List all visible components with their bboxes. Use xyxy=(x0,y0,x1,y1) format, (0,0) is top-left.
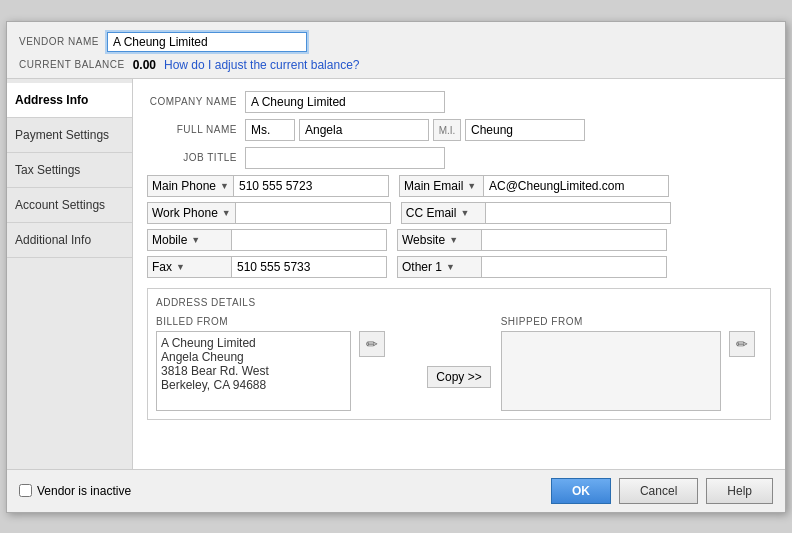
main-phone-dropdown[interactable]: Main Phone ▼ xyxy=(147,175,234,197)
sidebar-item-account-settings[interactable]: Account Settings xyxy=(7,188,132,223)
pencil-icon-shipped: ✏ xyxy=(736,336,748,352)
main-phone-arrow-icon: ▼ xyxy=(220,181,229,191)
billed-column: BILLED FROM A Cheung Limited Angela Cheu… xyxy=(156,316,417,411)
sidebar: Address Info Payment Settings Tax Settin… xyxy=(7,79,133,469)
website-input[interactable] xyxy=(482,229,667,251)
action-buttons: OK Cancel Help xyxy=(551,478,773,504)
balance-value: 0.00 xyxy=(133,58,156,72)
name-first-input[interactable] xyxy=(299,119,429,141)
inactive-checkbox[interactable] xyxy=(19,484,32,497)
shipped-from-label: SHIPPED FROM xyxy=(501,316,762,327)
name-prefix-input[interactable] xyxy=(245,119,295,141)
balance-label: CURRENT BALANCE xyxy=(19,59,125,70)
name-fields: M.I. xyxy=(245,119,585,141)
address-columns: BILLED FROM A Cheung Limited Angela Cheu… xyxy=(156,316,762,411)
cancel-button[interactable]: Cancel xyxy=(619,478,698,504)
mobile-input[interactable] xyxy=(232,229,387,251)
shipped-column: SHIPPED FROM ✏ xyxy=(501,316,762,411)
other1-dropdown[interactable]: Other 1 ▼ xyxy=(397,256,482,278)
full-name-row: FULL NAME M.I. xyxy=(147,119,771,141)
billed-from-textarea[interactable]: A Cheung Limited Angela Cheung 3818 Bear… xyxy=(156,331,351,411)
copy-section: Copy >> xyxy=(427,316,490,388)
job-title-row: JOB TITLE xyxy=(147,147,771,169)
company-name-row: COMPANY NAME xyxy=(147,91,771,113)
sidebar-item-tax-settings[interactable]: Tax Settings xyxy=(7,153,132,188)
adjust-balance-link[interactable]: How do I adjust the current balance? xyxy=(164,58,359,72)
full-name-label: FULL NAME xyxy=(147,124,237,135)
job-title-input[interactable] xyxy=(245,147,445,169)
address-details-title: ADDRESS DETAILS xyxy=(156,297,762,308)
pencil-icon: ✏ xyxy=(366,336,378,352)
other1-input[interactable] xyxy=(482,256,667,278)
fax-arrow-icon: ▼ xyxy=(176,262,185,272)
fax-input[interactable] xyxy=(232,256,387,278)
company-name-input[interactable] xyxy=(245,91,445,113)
main-area: Address Info Payment Settings Tax Settin… xyxy=(7,79,785,469)
other1-arrow-icon: ▼ xyxy=(446,262,455,272)
main-phone-input[interactable] xyxy=(234,175,389,197)
vendor-dialog: VENDOR NAME CURRENT BALANCE 0.00 How do … xyxy=(6,21,786,513)
work-phone-input[interactable] xyxy=(236,202,391,224)
website-arrow-icon: ▼ xyxy=(449,235,458,245)
sidebar-item-address-info[interactable]: Address Info xyxy=(7,83,132,118)
header-section: VENDOR NAME CURRENT BALANCE 0.00 How do … xyxy=(7,22,785,79)
copy-button[interactable]: Copy >> xyxy=(427,366,490,388)
mobile-arrow-icon: ▼ xyxy=(191,235,200,245)
work-phone-dropdown[interactable]: Work Phone ▼ xyxy=(147,202,236,224)
shipped-edit-button[interactable]: ✏ xyxy=(729,331,755,357)
main-email-dropdown[interactable]: Main Email ▼ xyxy=(399,175,484,197)
cc-email-dropdown[interactable]: CC Email ▼ xyxy=(401,202,486,224)
phone-row-0: Main Phone ▼ Main Email ▼ xyxy=(147,175,771,197)
address-section: ADDRESS DETAILS BILLED FROM A Cheung Lim… xyxy=(147,288,771,420)
mi-label: M.I. xyxy=(433,119,461,141)
work-phone-arrow-icon: ▼ xyxy=(222,208,231,218)
phone-row-1: Work Phone ▼ CC Email ▼ xyxy=(147,202,771,224)
shipped-from-box xyxy=(501,331,721,411)
mobile-dropdown[interactable]: Mobile ▼ xyxy=(147,229,232,251)
cc-email-input[interactable] xyxy=(486,202,671,224)
bottom-bar: Vendor is inactive OK Cancel Help xyxy=(7,469,785,512)
job-title-label: JOB TITLE xyxy=(147,152,237,163)
cc-email-arrow-icon: ▼ xyxy=(460,208,469,218)
main-email-arrow-icon: ▼ xyxy=(467,181,476,191)
website-dropdown[interactable]: Website ▼ xyxy=(397,229,482,251)
content-area: COMPANY NAME FULL NAME M.I. JOB TITLE xyxy=(133,79,785,469)
billed-edit-button[interactable]: ✏ xyxy=(359,331,385,357)
phone-row-3: Fax ▼ Other 1 ▼ xyxy=(147,256,771,278)
phone-row-2: Mobile ▼ Website ▼ xyxy=(147,229,771,251)
inactive-label: Vendor is inactive xyxy=(37,484,131,498)
help-button[interactable]: Help xyxy=(706,478,773,504)
vendor-name-label: VENDOR NAME xyxy=(19,36,99,47)
sidebar-item-payment-settings[interactable]: Payment Settings xyxy=(7,118,132,153)
vendor-name-input[interactable] xyxy=(107,32,307,52)
sidebar-item-additional-info[interactable]: Additional Info xyxy=(7,223,132,258)
inactive-checkbox-label[interactable]: Vendor is inactive xyxy=(19,484,131,498)
name-last-input[interactable] xyxy=(465,119,585,141)
ok-button[interactable]: OK xyxy=(551,478,611,504)
company-name-label: COMPANY NAME xyxy=(147,96,237,107)
billed-from-label: BILLED FROM xyxy=(156,316,417,327)
fax-dropdown[interactable]: Fax ▼ xyxy=(147,256,232,278)
main-email-input[interactable] xyxy=(484,175,669,197)
